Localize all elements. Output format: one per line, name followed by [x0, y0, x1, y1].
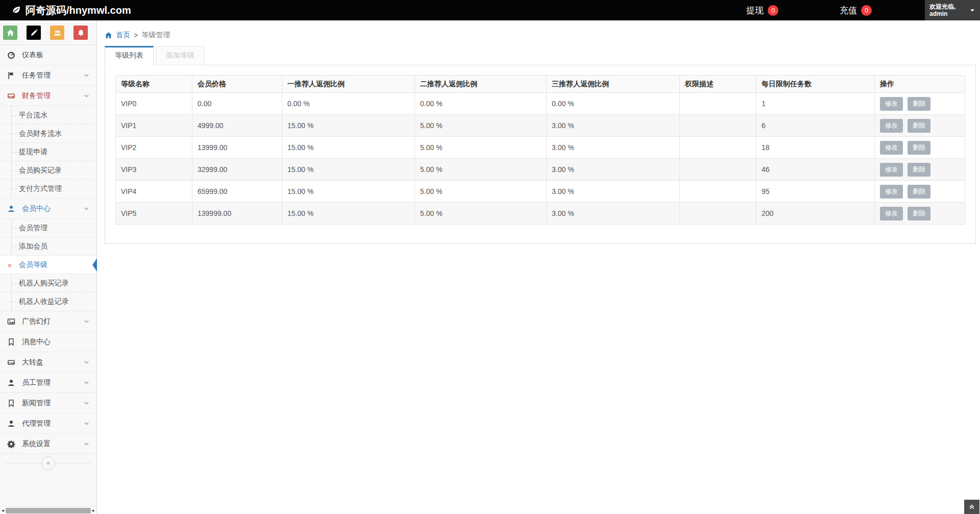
sidebar-item-task-management[interactable]: 任务管理: [0, 65, 96, 86]
active-marker-icon: »: [8, 261, 12, 268]
sidebar-collapse-button[interactable]: «: [41, 456, 55, 470]
withdraw-stat[interactable]: 提现 0: [746, 5, 778, 16]
chevron-down-icon: [83, 359, 90, 365]
chevron-down-icon: [83, 420, 90, 427]
sidebar-subitem-robot-purchase-records[interactable]: 机器人购买记录: [0, 274, 96, 292]
sidebar-subitem-add-member[interactable]: 添加会员: [0, 237, 96, 256]
cell-rate-3: 0.00 %: [547, 93, 680, 115]
table-row: VIP4 65999.00 15.00 % 5.00 % 3.00 % 95 修…: [116, 181, 965, 203]
username: admin: [929, 10, 955, 17]
sidebar-item-agent-management[interactable]: 代理管理: [0, 413, 96, 434]
scroll-to-top-button[interactable]: [964, 500, 979, 514]
sidebar-item-lucky-wheel[interactable]: 大转盘: [0, 352, 96, 373]
sidebar-item-dashboard[interactable]: 仪表板: [0, 45, 96, 65]
sidebar-item-message-center[interactable]: 消息中心: [0, 332, 96, 352]
brand[interactable]: 阿奇源码/hnymwl.com: [0, 4, 131, 17]
cell-level-name: VIP3: [116, 159, 192, 181]
sidebar-subitem-member-finance-flow[interactable]: 会员财务流水: [0, 125, 96, 143]
edit-button[interactable]: 修改: [880, 141, 903, 155]
delete-button[interactable]: 删除: [908, 185, 930, 199]
sidebar-item-finance-management[interactable]: 财务管理: [0, 86, 96, 106]
notifications-quick-button[interactable]: [74, 26, 88, 40]
cell-price: 13999.00: [192, 137, 282, 159]
user-menu[interactable]: 欢迎光临, admin: [925, 0, 980, 20]
bookmark-icon: [7, 399, 16, 407]
column-level-name: 等级名称: [116, 76, 192, 93]
withdraw-badge: 0: [768, 5, 778, 16]
sidebar-item-news-management[interactable]: 新闻管理: [0, 393, 96, 413]
edit-button[interactable]: 修改: [880, 207, 903, 221]
hdd-icon: [7, 358, 16, 366]
delete-button[interactable]: 删除: [908, 163, 930, 177]
edit-button[interactable]: 修改: [880, 163, 903, 177]
cell-level-name: VIP1: [116, 115, 192, 137]
edit-button[interactable]: 修改: [880, 97, 903, 111]
cell-rate-2: 5.00 %: [415, 159, 547, 181]
sidebar-subitem-platform-flow[interactable]: 平台流水: [0, 106, 96, 125]
delete-button[interactable]: 删除: [908, 141, 930, 155]
sidebar-subitem-member-purchase-records[interactable]: 会员购买记录: [0, 161, 96, 180]
cell-daily-limit: 95: [756, 181, 875, 203]
cell-level-name: VIP5: [116, 203, 192, 225]
user-icon: [7, 205, 16, 213]
delete-button[interactable]: 删除: [908, 119, 930, 133]
level-list-panel: 等级名称 会员价格 一推荐人返佣比例 二推荐人返佣比例 三推荐人返佣比例 权限描…: [105, 65, 976, 244]
cell-rate-2: 5.00 %: [415, 181, 547, 203]
column-rate-1: 一推荐人返佣比例: [282, 76, 415, 93]
tab-level-list[interactable]: 等级列表: [105, 46, 154, 65]
cell-rate-3: 3.00 %: [547, 137, 680, 159]
cell-rate-1: 15.00 %: [282, 203, 415, 225]
gauge-icon: [7, 51, 16, 59]
pencil-icon: [30, 29, 38, 37]
chevron-down-icon: [83, 205, 90, 212]
recharge-stat[interactable]: 充值 0: [840, 5, 872, 16]
horizontal-scrollbar: ◄ ►: [0, 506, 96, 514]
sidebar-subitem-member-management[interactable]: 会员管理: [0, 219, 96, 237]
users-icon: [54, 29, 61, 37]
sidebar-item-staff-management[interactable]: 员工管理: [0, 373, 96, 393]
cell-price: 65999.00: [192, 181, 282, 203]
users-quick-button[interactable]: [50, 26, 64, 40]
sidebar-subitem-payment-method-management[interactable]: 支付方式管理: [0, 180, 96, 198]
tab-add-level[interactable]: 添加等级: [156, 46, 205, 65]
cell-rate-1: 15.00 %: [282, 137, 415, 159]
column-rate-2: 二推荐人返佣比例: [415, 76, 547, 93]
edit-button[interactable]: 修改: [880, 185, 903, 199]
column-permission: 权限描述: [680, 76, 756, 93]
home-icon: [105, 32, 112, 39]
page-title: 等级管理: [141, 31, 170, 40]
quick-buttons: [0, 20, 96, 45]
sidebar-item-system-settings[interactable]: 系统设置: [0, 434, 96, 454]
withdraw-label: 提现: [746, 5, 764, 16]
home-quick-button[interactable]: [3, 26, 17, 40]
gear-icon: [7, 440, 16, 448]
sidebar-menu: 仪表板 任务管理 财务管理 平台流水 会员财务流水 提现申请 会员购买记录 支付…: [0, 45, 96, 454]
sidebar-subitem-member-levels[interactable]: » 会员等级: [0, 256, 96, 274]
edit-button[interactable]: 修改: [880, 119, 903, 133]
sidebar-item-member-center[interactable]: 会员中心: [0, 199, 96, 219]
scroll-left-arrow-icon[interactable]: ◄: [0, 508, 6, 513]
sidebar-item-ad-slides[interactable]: 广告幻灯: [0, 311, 96, 332]
cell-rate-3: 3.00 %: [547, 181, 680, 203]
levels-table: 等级名称 会员价格 一推荐人返佣比例 二推荐人返佣比例 三推荐人返佣比例 权限描…: [115, 75, 965, 225]
breadcrumb-home-link[interactable]: 首页: [116, 31, 130, 40]
delete-button[interactable]: 删除: [908, 97, 930, 111]
bell-icon: [77, 29, 85, 37]
edit-quick-button[interactable]: [27, 26, 41, 40]
cell-rate-3: 3.00 %: [547, 115, 680, 137]
sidebar-subitem-robot-earning-records[interactable]: 机器人收益记录: [0, 292, 96, 311]
table-row: VIP0 0.00 0.00 % 0.00 % 0.00 % 1 修改 删除: [116, 93, 965, 115]
cell-rate-3: 3.00 %: [547, 203, 680, 225]
scrollbar-thumb[interactable]: [6, 508, 91, 513]
cell-price: 4999.00: [192, 115, 282, 137]
cell-actions: 修改 删除: [875, 181, 965, 203]
sidebar-subitem-withdraw-requests[interactable]: 提现申请: [0, 143, 96, 161]
cell-actions: 修改 删除: [875, 137, 965, 159]
delete-button[interactable]: 删除: [908, 207, 930, 221]
flag-icon: [7, 71, 16, 80]
scroll-right-arrow-icon[interactable]: ►: [91, 508, 96, 513]
chevron-down-icon: [83, 379, 90, 386]
cell-permission: [680, 93, 756, 115]
cell-rate-2: 5.00 %: [415, 137, 547, 159]
table-row: VIP5 139999.00 15.00 % 5.00 % 3.00 % 200…: [116, 203, 965, 225]
